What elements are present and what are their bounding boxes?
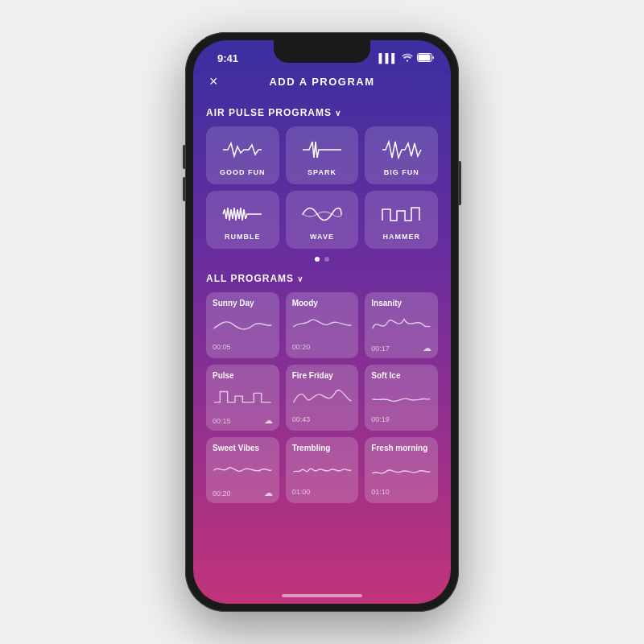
- fire-friday-name: Fire Friday: [292, 371, 353, 380]
- sweet-vibes-name: Sweet Vibes: [213, 444, 273, 452]
- all-programs-chevron: ∨: [297, 275, 303, 283]
- program-card-insanity[interactable]: Insanity 00:17 ☁: [365, 292, 438, 358]
- trembling-wave: [292, 456, 353, 485]
- trembling-footer: 01:00: [292, 488, 353, 496]
- moody-footer: 00:20: [292, 343, 353, 351]
- insanity-time: 00:17: [371, 345, 390, 353]
- fire-friday-footer: 00:43: [292, 415, 353, 423]
- wifi-icon: [402, 52, 413, 64]
- insanity-wave: [371, 311, 431, 340]
- moody-name: Moody: [292, 299, 353, 308]
- sunny-day-footer: 00:05: [213, 343, 273, 351]
- signal-icon: ▌▌▌: [379, 53, 398, 63]
- moody-time: 00:20: [292, 343, 311, 351]
- power-button: [459, 161, 461, 205]
- sweet-vibes-footer: 00:20 ☁: [213, 488, 273, 498]
- status-time: 9:41: [217, 52, 238, 64]
- fire-friday-time: 00:43: [292, 415, 311, 423]
- program-card-soft-ice[interactable]: Soft Ice 00:19: [365, 365, 438, 431]
- pulse-cloud-icon: ☁: [264, 415, 273, 426]
- big-fun-icon: [381, 138, 423, 162]
- big-fun-label: BIG FUN: [384, 168, 419, 176]
- fire-friday-wave: [292, 383, 353, 412]
- hammer-icon: [381, 202, 423, 226]
- status-icons: ▌▌▌: [379, 52, 435, 64]
- page-header: × ADD A PROGRAM: [193, 69, 451, 97]
- notch: [274, 40, 370, 63]
- volume-down-button: [183, 177, 185, 201]
- program-card-pulse[interactable]: Pulse 00:15 ☁: [206, 365, 279, 431]
- hammer-label: HAMMER: [382, 233, 420, 241]
- fresh-morning-wave: [371, 456, 431, 485]
- good-fun-icon: [221, 138, 263, 162]
- pulse-card-wave[interactable]: WAVE: [286, 191, 359, 249]
- all-programs-label: ALL PROGRAMS: [206, 273, 294, 284]
- rumble-label: RUMBLE: [225, 233, 261, 241]
- soft-ice-time: 00:19: [371, 415, 390, 423]
- good-fun-label: GOOD FUN: [220, 168, 266, 176]
- fresh-morning-footer: 01:10: [371, 488, 431, 496]
- trembling-name: Trembling: [292, 444, 353, 452]
- insanity-footer: 00:17 ☁: [371, 343, 431, 353]
- wave-label: WAVE: [310, 233, 334, 241]
- sweet-vibes-cloud-icon: ☁: [264, 488, 273, 498]
- spark-icon: [301, 138, 343, 162]
- sunny-day-time: 00:05: [213, 343, 231, 351]
- trembling-time: 01:00: [292, 488, 311, 496]
- soft-ice-wave: [371, 383, 431, 412]
- program-card-trembling[interactable]: Trembling 01:00: [286, 437, 359, 503]
- program-card-fire-friday[interactable]: Fire Friday 00:43: [286, 365, 359, 431]
- program-card-fresh-morning[interactable]: Fresh morning 01:10: [365, 437, 438, 503]
- program-card-sunny-day[interactable]: Sunny Day 00:05: [206, 292, 279, 358]
- phone-frame: 9:41 ▌▌▌: [185, 32, 459, 612]
- sunny-day-wave: [213, 311, 273, 340]
- program-card-sweet-vibes[interactable]: Sweet Vibes 00:20 ☁: [206, 437, 279, 503]
- moody-wave: [292, 311, 353, 340]
- close-button[interactable]: ×: [209, 73, 218, 90]
- spark-label: SPARK: [308, 168, 336, 176]
- pulse-card-hammer[interactable]: HAMMER: [365, 191, 438, 249]
- programs-grid: Sunny Day 00:05 Moody 00:20: [206, 292, 438, 503]
- air-pulse-section-header[interactable]: AIR PULSE PROGRAMS ∨: [206, 107, 438, 118]
- home-indicator[interactable]: [282, 594, 362, 597]
- fresh-morning-name: Fresh morning: [371, 444, 431, 452]
- pulse-footer: 00:15 ☁: [213, 415, 273, 426]
- pulse-card-big-fun[interactable]: BIG FUN: [365, 126, 438, 184]
- pulse-name: Pulse: [213, 371, 273, 380]
- rumble-icon: [221, 202, 263, 226]
- page-dot-0: [315, 257, 320, 262]
- air-pulse-label: AIR PULSE PROGRAMS: [206, 107, 332, 118]
- insanity-cloud-icon: ☁: [423, 343, 431, 353]
- program-card-moody[interactable]: Moody 00:20: [286, 292, 359, 358]
- pulse-wave: [213, 383, 273, 412]
- soft-ice-footer: 00:19: [371, 415, 431, 423]
- battery-icon: [417, 53, 435, 64]
- sweet-vibes-time: 00:20: [213, 489, 231, 497]
- fresh-morning-time: 01:10: [371, 488, 390, 496]
- pulse-time: 00:15: [213, 417, 231, 425]
- all-programs-section-header[interactable]: ALL PROGRAMS ∨: [206, 273, 438, 284]
- air-pulse-grid: GOOD FUN SPARK BIG FUN: [206, 126, 438, 249]
- insanity-name: Insanity: [371, 299, 431, 308]
- svg-rect-1: [419, 54, 431, 60]
- page-dots: [206, 257, 438, 262]
- scroll-content[interactable]: AIR PULSE PROGRAMS ∨ GOOD FUN SPARK: [193, 97, 451, 597]
- pulse-card-rumble[interactable]: RUMBLE: [206, 191, 279, 249]
- sunny-day-name: Sunny Day: [213, 299, 273, 308]
- phone-screen: 9:41 ▌▌▌: [193, 40, 451, 604]
- volume-up-button: [183, 145, 185, 169]
- wave-icon: [301, 202, 343, 226]
- pulse-card-spark[interactable]: SPARK: [286, 126, 359, 184]
- sweet-vibes-wave: [213, 456, 273, 485]
- page-title: ADD A PROGRAM: [269, 76, 374, 88]
- pulse-card-good-fun[interactable]: GOOD FUN: [206, 126, 279, 184]
- soft-ice-name: Soft Ice: [371, 371, 431, 380]
- air-pulse-chevron: ∨: [335, 109, 341, 118]
- page-dot-1: [324, 257, 329, 262]
